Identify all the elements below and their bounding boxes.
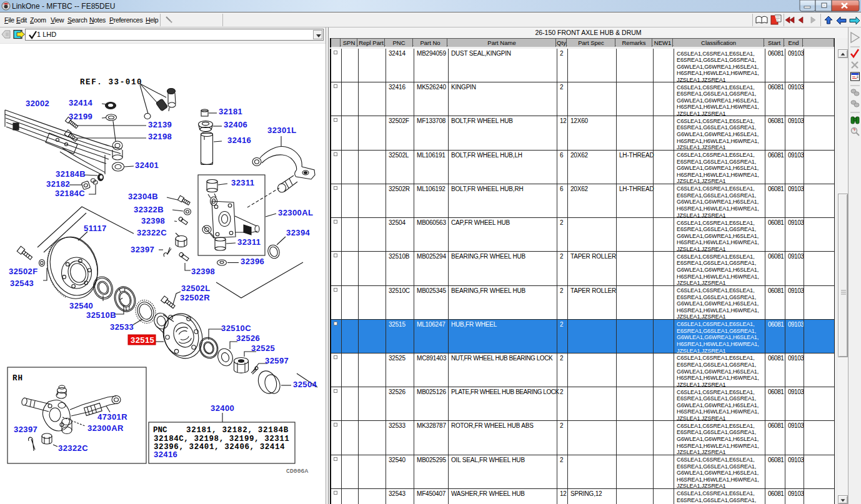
svg-text:32322C: 32322C <box>58 443 88 453</box>
svg-text:32400: 32400 <box>211 403 234 413</box>
svg-text:CD006A: CD006A <box>286 468 309 475</box>
svg-text:32181, 32182, 32184B: 32181, 32182, 32184B <box>186 426 289 435</box>
svg-text:32397: 32397 <box>14 425 37 434</box>
svg-text:51117: 51117 <box>84 224 107 233</box>
svg-text:32515: 32515 <box>131 335 154 345</box>
svg-text:32398: 32398 <box>141 216 165 225</box>
svg-text:32504: 32504 <box>293 380 317 389</box>
svg-text:32414: 32414 <box>69 98 93 107</box>
svg-text:32300AL: 32300AL <box>278 208 313 217</box>
svg-text:32398: 32398 <box>191 267 215 276</box>
svg-text:32322B: 32322B <box>134 205 164 214</box>
svg-text:32198: 32198 <box>148 132 172 141</box>
svg-text:32300AR: 32300AR <box>87 423 124 433</box>
svg-text:32540: 32540 <box>69 301 93 310</box>
svg-text:RH: RH <box>12 374 23 383</box>
svg-text:32416: 32416 <box>154 450 177 459</box>
svg-text:32139: 32139 <box>148 120 172 129</box>
svg-text:32311: 32311 <box>237 237 261 247</box>
svg-text:32181: 32181 <box>219 107 242 116</box>
svg-text:32396: 32396 <box>241 257 264 266</box>
svg-text:REF. 33-010: REF. 33-010 <box>80 78 142 87</box>
svg-text:32401: 32401 <box>135 161 159 170</box>
svg-text:32502R: 32502R <box>180 293 210 302</box>
svg-text:32184B: 32184B <box>56 169 86 179</box>
svg-text:32597: 32597 <box>265 356 289 365</box>
svg-text:32510B: 32510B <box>86 310 116 320</box>
svg-text:32184C: 32184C <box>55 189 85 198</box>
svg-text:32199: 32199 <box>69 112 92 121</box>
svg-text:32543: 32543 <box>10 279 34 288</box>
svg-text:PNC: PNC <box>153 426 167 435</box>
svg-text:32416: 32416 <box>227 136 251 145</box>
svg-text:32182: 32182 <box>46 179 70 189</box>
svg-text:32002: 32002 <box>26 99 49 108</box>
svg-text:32526: 32526 <box>236 334 260 343</box>
svg-text:32184C, 32198, 32199, 32311: 32184C, 32198, 32199, 32311 <box>154 435 289 443</box>
svg-text:32397: 32397 <box>131 245 154 254</box>
svg-text:32406: 32406 <box>224 120 247 129</box>
svg-text:32304B: 32304B <box>128 192 158 201</box>
svg-text:47301R: 47301R <box>97 412 127 422</box>
svg-text:32322C: 32322C <box>137 228 167 237</box>
svg-text:32502F: 32502F <box>9 267 38 276</box>
svg-text:32510C: 32510C <box>221 324 251 333</box>
svg-text:32301L: 32301L <box>267 126 297 135</box>
svg-text:32533: 32533 <box>110 322 134 332</box>
svg-text:32502L: 32502L <box>181 284 211 293</box>
svg-text:32394: 32394 <box>286 228 311 237</box>
svg-text:32311: 32311 <box>231 178 254 187</box>
svg-text:32525: 32525 <box>251 343 275 353</box>
